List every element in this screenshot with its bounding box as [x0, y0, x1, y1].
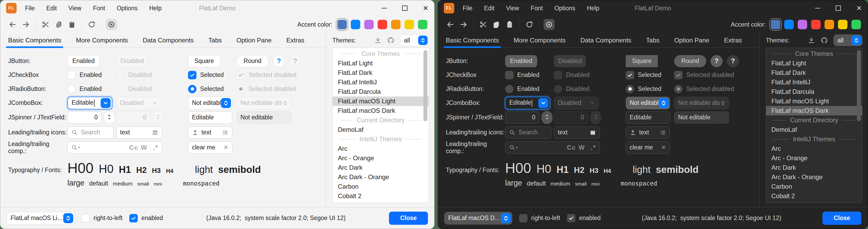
- checkbox-enabled[interactable]: Enabled: [67, 71, 102, 79]
- theme-item[interactable]: Carbon: [766, 182, 862, 191]
- menu-options[interactable]: Options: [117, 5, 137, 12]
- theme-item[interactable]: FlatLaf Light: [333, 58, 429, 68]
- tab-basic-components[interactable]: Basic Components: [446, 33, 499, 48]
- theme-item[interactable]: Arc Dark - Orange: [333, 172, 429, 182]
- chevron-updown-icon[interactable]: [852, 35, 861, 45]
- checkbox-selected[interactable]: Selected: [188, 71, 224, 79]
- checkbox-checked-icon[interactable]: [626, 71, 634, 79]
- spinner-field[interactable]: 0: [67, 112, 102, 123]
- refresh-icon[interactable]: [86, 19, 97, 30]
- accent-swatch-1[interactable]: [337, 20, 347, 29]
- chevron-down-icon[interactable]: [101, 98, 111, 108]
- paste-icon[interactable]: [66, 19, 78, 30]
- theme-item[interactable]: FlatLaf IntelliJ: [766, 78, 862, 87]
- checkbox-selected[interactable]: Selected: [626, 71, 661, 79]
- tab-option-pane[interactable]: Option Pane: [237, 33, 272, 48]
- radio-checked-icon[interactable]: [626, 85, 634, 93]
- laf-combobox[interactable]: FlatLaf macOS Li...: [7, 212, 74, 225]
- menu-view[interactable]: View: [68, 5, 82, 12]
- search-with-options-input[interactable]: ▾CcW.*: [67, 142, 162, 154]
- checkbox-icon[interactable]: [67, 71, 76, 79]
- forward-icon[interactable]: [20, 19, 31, 30]
- spinner-arrows[interactable]: [541, 111, 553, 124]
- theme-item[interactable]: Arc Dark: [333, 163, 429, 172]
- tab-option-pane[interactable]: Option Pane: [674, 33, 709, 48]
- theme-item[interactable]: DemoLaf: [766, 125, 862, 134]
- show-hover-toggle-icon[interactable]: [544, 19, 555, 30]
- enabled-button[interactable]: Enabled: [67, 55, 99, 67]
- accent-swatch-4[interactable]: [378, 20, 387, 29]
- theme-item[interactable]: FlatLaf Dark: [766, 68, 862, 78]
- checkbox-icon[interactable]: [505, 71, 514, 79]
- tab-tabs[interactable]: Tabs: [208, 33, 222, 48]
- theme-item[interactable]: Cobalt 2: [333, 191, 429, 201]
- menu-edit[interactable]: Edit: [484, 5, 495, 12]
- back-icon[interactable]: [7, 19, 18, 30]
- calendar-textfield[interactable]: text: [554, 126, 600, 139]
- cut-icon[interactable]: [40, 19, 51, 30]
- show-hover-toggle-icon[interactable]: [106, 19, 117, 30]
- search-dropdown-icon[interactable]: ▾: [509, 144, 518, 151]
- chevron-updown-icon[interactable]: [501, 213, 511, 223]
- spinner-field[interactable]: 0: [505, 112, 539, 123]
- accent-swatch-2[interactable]: [351, 20, 360, 29]
- combobox-editable[interactable]: Editable: [67, 97, 112, 109]
- enabled-button[interactable]: Enabled: [505, 55, 537, 67]
- tab-more-components[interactable]: More Components: [514, 33, 565, 48]
- accent-swatch-3[interactable]: [364, 20, 374, 29]
- whole-word-button[interactable]: W: [579, 144, 585, 151]
- accent-swatch-6[interactable]: [404, 20, 414, 29]
- theme-item[interactable]: FlatLaf Dark: [333, 68, 429, 78]
- theme-item[interactable]: Arc: [333, 144, 429, 153]
- list-menu-icon[interactable]: [222, 130, 228, 136]
- forward-icon[interactable]: [458, 19, 469, 30]
- copy-icon[interactable]: [491, 19, 502, 30]
- accent-swatch-4[interactable]: [811, 20, 820, 29]
- right-to-left-checkbox[interactable]: right-to-left: [519, 214, 560, 222]
- tab-more-components[interactable]: More Components: [76, 33, 128, 48]
- maximize-icon[interactable]: [402, 5, 407, 11]
- combobox-not-editable[interactable]: Not editable: [188, 97, 232, 109]
- help-button[interactable]: ?: [273, 55, 285, 67]
- theme-item[interactable]: Arc - Orange: [333, 153, 429, 163]
- menu-font[interactable]: Font: [93, 5, 105, 12]
- list-menu-icon[interactable]: [660, 130, 666, 136]
- back-icon[interactable]: [445, 19, 456, 30]
- chevron-updown-icon[interactable]: [221, 98, 231, 108]
- checkbox-checked-icon[interactable]: [129, 214, 138, 222]
- tab-basic-components[interactable]: Basic Components: [8, 33, 61, 48]
- round-button[interactable]: Round: [674, 55, 706, 67]
- right-to-left-checkbox[interactable]: right-to-left: [82, 214, 122, 222]
- minimize-icon[interactable]: [815, 8, 820, 8]
- menu-file[interactable]: File: [25, 5, 35, 12]
- theme-item[interactable]: Cobalt 2: [766, 191, 862, 201]
- round-button[interactable]: Round: [237, 55, 269, 67]
- menu-view[interactable]: View: [506, 5, 519, 12]
- themes-filter-combobox[interactable]: all: [400, 34, 429, 46]
- regex-button[interactable]: .*: [153, 144, 158, 151]
- help-button[interactable]: ?: [711, 55, 723, 67]
- search-input[interactable]: Search: [67, 126, 114, 139]
- chevron-updown-icon[interactable]: [63, 213, 73, 223]
- clearable-textfield[interactable]: clear me✕: [188, 142, 232, 154]
- minimize-icon[interactable]: [381, 8, 387, 8]
- close-button[interactable]: Close: [823, 211, 861, 225]
- calendar-icon[interactable]: [590, 130, 596, 136]
- radio-enabled[interactable]: Enabled: [67, 85, 102, 93]
- tab-extras[interactable]: Extras: [724, 33, 742, 48]
- search-input[interactable]: Search: [505, 126, 551, 139]
- radio-checked-icon[interactable]: [188, 85, 196, 93]
- themes-filter-combobox[interactable]: all: [834, 34, 863, 46]
- github-icon[interactable]: [820, 36, 828, 44]
- close-button[interactable]: Close: [389, 211, 428, 225]
- accent-swatch-7[interactable]: [418, 20, 427, 29]
- checkbox-icon[interactable]: [519, 214, 527, 222]
- tab-extras[interactable]: Extras: [286, 33, 304, 48]
- menu-options[interactable]: Options: [554, 5, 575, 12]
- theme-item[interactable]: DemoLaf: [333, 125, 429, 134]
- whole-word-button[interactable]: W: [141, 144, 148, 151]
- search-with-options-input[interactable]: ▾CcW.*: [505, 142, 600, 154]
- menu-help[interactable]: Help: [149, 5, 161, 12]
- menu-help[interactable]: Help: [587, 5, 599, 12]
- paste-icon[interactable]: [504, 19, 515, 30]
